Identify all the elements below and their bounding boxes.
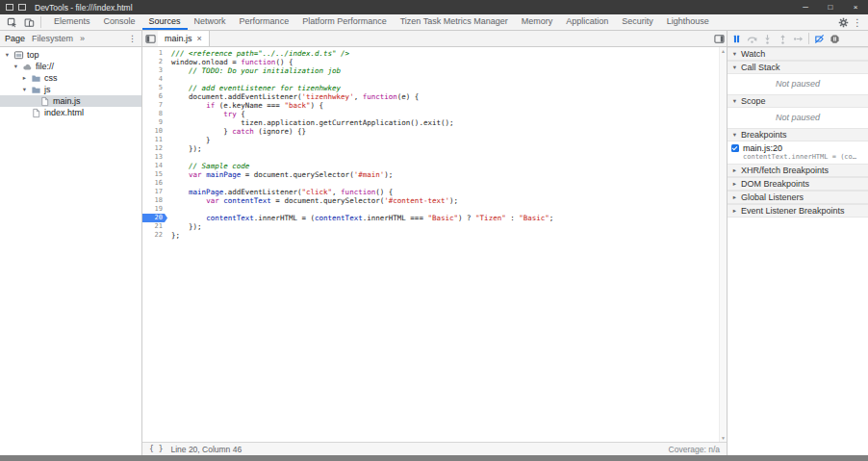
line-number[interactable]: 12 [142,144,167,153]
settings-gear-icon[interactable] [835,15,851,30]
section-header-xhr-fetch-breakpoints[interactable]: ▸XHR/fetch Breakpoints [728,164,868,177]
step-into-icon[interactable] [760,32,775,46]
deactivate-breakpoints-icon[interactable] [812,32,827,46]
tab-performance[interactable]: Performance [233,14,296,30]
section-header-event-listener-breakpoints[interactable]: ▸Event Listener Breakpoints [728,204,868,218]
chevron-down-icon: ▾ [731,97,738,105]
tab-memory[interactable]: Memory [515,14,560,30]
line-number[interactable]: 1 [142,49,167,58]
breakpoint-entry[interactable]: main.js:20contentText.innerHTML = (co… [728,141,868,164]
section-header-dom-breakpoints[interactable]: ▸DOM Breakpoints [728,177,868,191]
scroll-up-icon[interactable]: ▲ [721,48,726,54]
line-number[interactable]: 16 [142,179,167,188]
line-number[interactable]: 13 [142,153,167,162]
line-number[interactable]: 2 [142,58,167,66]
section-header-watch[interactable]: ▾Watch [728,47,868,61]
editor-tab-mainjs[interactable]: main.js × [158,31,210,46]
chevron-right-icon: ▸ [731,193,738,201]
tree-item-js[interactable]: ▾js [0,84,141,95]
tab-platform-performance[interactable]: Platform Performance [295,14,394,30]
section-header-breakpoints[interactable]: ▾Breakpoints [728,128,868,141]
window-titlebar: DevTools - file:///index.html ─ □ × [0,0,868,14]
navigator-tab-filesystem[interactable]: Filesystem [32,34,73,43]
line-number[interactable]: 22 [142,231,167,240]
tree-item-label: top [27,50,39,60]
tab-security[interactable]: Security [615,14,660,30]
chevron-down-icon[interactable]: ▾ [21,86,28,93]
editor-scrollbar[interactable]: ▲ ▼ [719,47,727,442]
tree-item-file[interactable]: ▾file:// [0,61,141,72]
line-number[interactable]: 5 [142,84,167,92]
file-tree[interactable]: ▾top▾file://▸css▾jsmain.jsindex.html [0,47,141,455]
titlebar-icons [0,4,32,11]
token-plain: ; [549,214,554,222]
step-out-icon[interactable] [776,32,790,46]
tree-item-index-html[interactable]: index.html [0,107,141,118]
chevron-down-icon[interactable]: ▾ [4,51,11,59]
tree-item-main-js[interactable]: main.js [0,95,141,107]
token-plain: { [237,110,245,118]
device-toolbar-icon[interactable] [21,15,37,30]
navigator-more-icon[interactable]: ⋮ [128,34,137,43]
pretty-print-icon[interactable]: { } [149,445,163,453]
token-comment: /// <reference path="../../index.d.ts" /… [171,49,349,58]
line-number[interactable]: 9 [142,118,167,127]
code-line: tizen.application.getCurrentApplication(… [171,118,719,127]
line-number[interactable]: 15 [142,170,167,179]
tab-tizen-task-metrics-manager[interactable]: Tizen Task Metrics Manager [394,14,515,30]
pause-on-exceptions-icon[interactable] [828,32,842,46]
step-over-icon[interactable] [745,32,759,46]
navigator-tab-page[interactable]: Page [5,34,25,43]
chevron-down-icon: ▾ [731,64,738,71]
navigator-overflow-icon[interactable]: » [80,34,85,43]
chevron-right-icon[interactable]: ▸ [21,74,28,82]
line-number[interactable]: 8 [142,110,167,118]
close-button[interactable]: × [843,0,868,14]
line-number[interactable]: 18 [142,196,167,205]
line-number[interactable]: 19 [142,205,167,214]
section-header-global-listeners[interactable]: ▸Global Listeners [728,191,868,204]
tab-close-icon[interactable]: × [197,34,202,43]
line-number[interactable]: 3 [142,66,167,75]
line-number[interactable]: 21 [142,222,167,231]
code-content[interactable]: /// <reference path="../../index.d.ts" /… [167,47,719,442]
token-string: "Tizen" [475,214,506,222]
step-icon[interactable] [791,32,805,46]
breakpoint-checkbox[interactable] [731,144,739,152]
chevron-down-icon[interactable]: ▾ [13,63,19,70]
token-plain: = document.querySelector( [271,196,384,205]
tab-sources[interactable]: Sources [142,14,188,30]
line-number[interactable]: 6 [142,92,167,101]
token-plain: () { [275,58,293,66]
tree-item-css[interactable]: ▸css [0,72,141,84]
tab-lighthouse[interactable]: Lighthouse [660,14,716,30]
line-number[interactable]: 14 [142,162,167,170]
breakpoint-marker[interactable]: 20 [142,214,167,222]
line-number[interactable]: 11 [142,136,167,144]
inspect-element-icon[interactable] [4,15,19,30]
tree-item-top[interactable]: ▾top [0,49,141,61]
minimize-button[interactable]: ─ [793,0,818,14]
tab-application[interactable]: Application [559,14,615,30]
token-plain: : [506,214,520,222]
line-number[interactable]: 4 [142,75,167,84]
token-plain: }); [171,144,202,153]
tab-elements[interactable]: Elements [47,14,97,30]
line-number[interactable]: 17 [142,188,167,196]
section-header-call-stack[interactable]: ▾Call Stack [728,61,868,74]
token-plain: .innerHTML = ( [254,214,315,222]
scroll-down-icon[interactable]: ▼ [721,435,726,441]
maximize-button[interactable]: □ [818,0,843,14]
code-editor[interactable]: 12345678910111213141516171819202122 /// … [142,47,727,442]
line-number-gutter[interactable]: 12345678910111213141516171819202122 [142,47,167,442]
line-number[interactable]: 10 [142,127,167,136]
tab-console[interactable]: Console [97,14,142,30]
debugger-panel-toggle-icon[interactable] [711,32,727,46]
token-plain: }); [171,222,202,231]
section-header-scope[interactable]: ▾Scope [728,94,868,108]
tab-network[interactable]: Network [188,14,233,30]
line-number[interactable]: 7 [142,101,167,110]
pause-script-icon[interactable] [729,32,744,46]
navigator-panel-toggle-icon[interactable] [142,32,158,46]
more-menu-icon[interactable]: ⋮ [851,17,864,28]
